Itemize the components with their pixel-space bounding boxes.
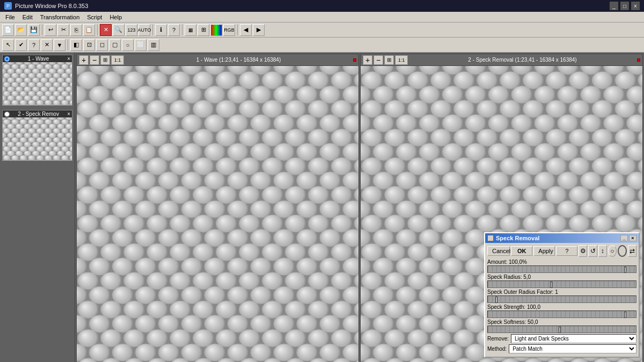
shape2-icon-btn[interactable]	[618, 245, 627, 257]
slot-speck-close[interactable]: ×	[67, 111, 70, 117]
grid-btn[interactable]: ⊞	[197, 24, 209, 36]
dialog-close[interactable]: ×	[629, 235, 636, 241]
slider-thumb-radius[interactable]	[550, 282, 552, 288]
slider-ticks-4	[488, 311, 636, 317]
panel-speck-title: 2 - Speck Removal (1:23,41 - 16384 x 163…	[409, 57, 636, 63]
tool10[interactable]: ○	[122, 39, 134, 51]
method-label: Method:	[487, 346, 507, 352]
panel-wave-title: 1 - Wave (1:23,41 - 16384 x 16384)	[125, 57, 352, 63]
help-button[interactable]: ?	[556, 246, 577, 256]
cut-btn[interactable]: ✂	[57, 24, 69, 36]
dialog-minimize[interactable]: _	[620, 235, 628, 241]
tool11[interactable]: ⬜	[135, 39, 147, 51]
param-speck-radius-slider[interactable]	[487, 280, 636, 288]
method-row: Method: Patch Match Inpainting Mean	[487, 344, 636, 353]
color-btn[interactable]	[210, 24, 222, 36]
sep1	[42, 25, 42, 35]
apply-button[interactable]: Apply	[533, 246, 555, 256]
tool3[interactable]: ?	[28, 39, 40, 51]
menu-edit[interactable]: Edit	[19, 13, 36, 21]
copy-btn[interactable]: ⎘	[70, 24, 82, 36]
help-toolbar-btn[interactable]: ?	[168, 24, 180, 36]
close-btn[interactable]: ×	[631, 2, 640, 10]
param-strength: Speck Strength: 100,0	[487, 304, 636, 318]
shape1-icon-btn[interactable]: ○	[608, 245, 617, 257]
slider-thumb-softness[interactable]	[559, 327, 561, 333]
sep2	[97, 25, 98, 35]
left-panel: 1 - Wave × 2 - Speck Remov ×	[0, 53, 75, 362]
dialog-controls: _ ×	[620, 235, 636, 241]
menu-transformation[interactable]: Transformation	[37, 13, 83, 21]
panel-speck-indicator	[637, 58, 640, 62]
zoom-out-btn[interactable]: 123	[126, 24, 137, 36]
tool8[interactable]: ◻	[96, 39, 108, 51]
slider-thumb-amount[interactable]	[624, 267, 626, 273]
main-toolbar: 📄 📂 💾 ↩ ✂ ⎘ 📋 ✕ 🔍 123 AUTO ℹ ? ▦ ⊞ RGB ◀…	[0, 23, 644, 38]
slot-speck-header: 2 - Speck Remov ×	[3, 110, 72, 117]
panel-speck-zoom-out[interactable]: −	[374, 55, 383, 65]
info-btn[interactable]: ℹ	[155, 24, 167, 36]
panel-wave-canvas	[77, 66, 358, 362]
slider-thumb-outer[interactable]	[495, 297, 497, 303]
swap-icon-btn[interactable]: ⇄	[628, 245, 636, 257]
slot-wave-radio[interactable]	[4, 56, 10, 62]
refresh-icon-btn[interactable]: ↺	[588, 245, 597, 257]
open-btn[interactable]: 📂	[15, 24, 27, 36]
remove-select[interactable]: Light and Dark Specks Light Specks Only …	[511, 334, 636, 343]
title-controls[interactable]: _ □ ×	[610, 2, 640, 10]
panel-wave-zoom-out[interactable]: −	[90, 55, 99, 65]
dialog-title-bar[interactable]: Speck Removal _ ×	[485, 233, 639, 243]
param-strength-slider[interactable]	[487, 311, 636, 318]
maximize-btn[interactable]: □	[620, 2, 629, 10]
param-amount-slider[interactable]	[487, 265, 636, 273]
cancel-button[interactable]: Cancel	[487, 246, 510, 256]
settings-icon-btn[interactable]: ⚙	[579, 245, 587, 257]
panel-speck-1to1[interactable]: 1:1	[395, 55, 408, 65]
title-left: P Picture Window Pro 8.0.353	[4, 2, 88, 10]
panel-speck-zoom-in[interactable]: +	[363, 55, 372, 65]
slot-wave-preview	[3, 62, 72, 105]
menu-help[interactable]: Help	[106, 13, 125, 21]
tool4[interactable]: ✕	[41, 39, 53, 51]
param-outer-radius-slider[interactable]	[487, 295, 636, 303]
tool12[interactable]: ▥	[148, 39, 159, 51]
ok-button[interactable]: OK	[511, 246, 532, 256]
tool7[interactable]: ⊡	[83, 39, 95, 51]
tool6[interactable]: ◧	[70, 39, 82, 51]
nav-left[interactable]: ◀	[240, 24, 252, 36]
channel-btn[interactable]: RGB	[223, 24, 235, 36]
nav-right[interactable]: ▶	[253, 24, 265, 36]
panel-wave-zoom-in[interactable]: +	[79, 55, 89, 65]
slider-thumb-strength[interactable]	[624, 312, 626, 318]
param-softness-slider[interactable]	[487, 326, 636, 333]
panel-wave-1to1[interactable]: 1:1	[111, 55, 124, 65]
new-btn[interactable]: 📄	[2, 24, 14, 36]
tool1[interactable]: ↖	[2, 39, 14, 51]
tool2[interactable]: ✔	[15, 39, 27, 51]
hist-btn[interactable]: ▦	[185, 24, 196, 36]
zoom-btn[interactable]: 🔍	[113, 24, 125, 36]
menu-script[interactable]: Script	[84, 13, 105, 21]
image-slot-speck: 2 - Speck Remov ×	[2, 110, 72, 161]
minimize-btn[interactable]: _	[610, 2, 618, 10]
param-strength-label: Speck Strength: 100,0	[487, 304, 636, 310]
second-toolbar: ↖ ✔ ? ✕ ▼ ◧ ⊡ ◻ ▢ ○ ⬜ ▥	[0, 38, 644, 53]
slot-speck-radio[interactable]	[4, 112, 10, 117]
delete-btn[interactable]: ✕	[100, 24, 112, 36]
undo-btn[interactable]: ↩	[45, 24, 56, 36]
tool5[interactable]: ▼	[54, 39, 65, 51]
sep5	[237, 25, 238, 35]
panel-speck-fit[interactable]: ⊞	[384, 55, 394, 65]
tool9[interactable]: ▢	[109, 39, 121, 51]
slot-wave-close[interactable]: ×	[67, 56, 70, 62]
method-select[interactable]: Patch Match Inpainting Mean	[509, 344, 636, 353]
slider-ticks-2	[488, 281, 636, 287]
panel-speck-toolbar: + − ⊞ 1:1 2 - Speck Removal (1:23,41 - 1…	[361, 54, 642, 66]
flip-icon-btn[interactable]: ↕	[598, 245, 607, 257]
menu-file[interactable]: File	[2, 13, 18, 21]
panel-wave-content[interactable]	[77, 66, 358, 362]
save-btn[interactable]: 💾	[28, 24, 40, 36]
panel-wave-fit[interactable]: ⊞	[100, 55, 110, 65]
paste-btn[interactable]: 📋	[83, 24, 95, 36]
fit-btn[interactable]: AUTO	[138, 24, 150, 36]
